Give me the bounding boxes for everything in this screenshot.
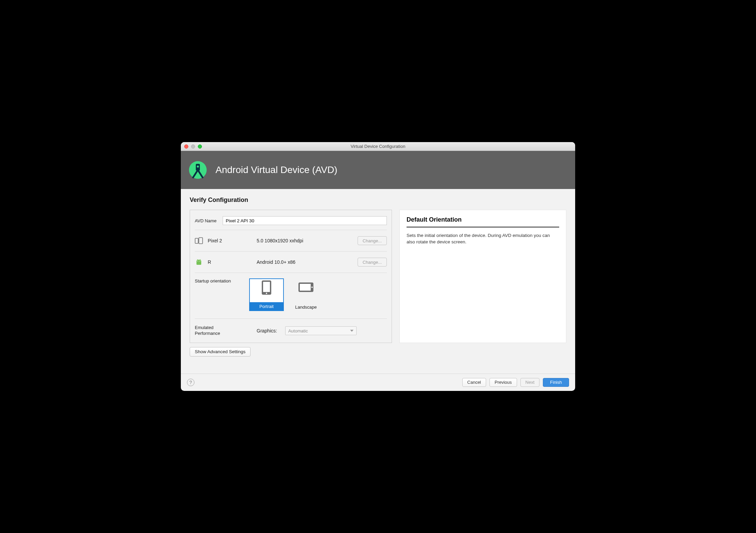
- tablet-landscape-icon: [296, 278, 315, 295]
- system-image-name: R: [208, 259, 252, 265]
- svg-rect-13: [300, 284, 311, 291]
- orientation-landscape-label: Landscape: [289, 303, 323, 311]
- svg-rect-10: [263, 282, 270, 292]
- previous-button[interactable]: Previous: [489, 378, 517, 387]
- graphics-group-label: Emulated Performance: [195, 325, 229, 337]
- system-image-row: R Android 10.0+ x86 Change...: [195, 255, 387, 269]
- svg-point-6: [200, 261, 200, 261]
- config-panel: AVD Name Pixel 2 5.0 1080x1920 xxhdpi Ch…: [190, 210, 392, 343]
- section-title: Verify Configuration: [190, 196, 566, 204]
- cancel-button[interactable]: Cancel: [462, 378, 486, 387]
- info-title: Default Orientation: [407, 216, 559, 223]
- device-name: Pixel 2: [208, 238, 252, 243]
- orientation-portrait[interactable]: Portrait: [249, 278, 284, 311]
- graphics-sub-label: Graphics:: [257, 328, 277, 333]
- next-button: Next: [520, 378, 540, 387]
- graphics-value: Automatic: [288, 328, 308, 333]
- svg-point-14: [311, 287, 313, 288]
- system-image-change-button[interactable]: Change...: [358, 258, 387, 266]
- svg-line-8: [200, 259, 201, 260]
- android-icon: [195, 258, 203, 266]
- svg-point-2: [197, 166, 199, 168]
- avd-name-row: AVD Name: [195, 215, 387, 226]
- tablet-portrait-icon: [260, 279, 273, 296]
- graphics-select[interactable]: Automatic: [285, 326, 357, 335]
- banner: Android Virtual Device (AVD): [181, 151, 575, 189]
- svg-point-5: [197, 261, 198, 261]
- help-icon[interactable]: ?: [187, 379, 194, 386]
- svg-rect-3: [195, 238, 198, 243]
- avd-name-label: AVD Name: [195, 218, 219, 223]
- finish-button[interactable]: Finish: [543, 378, 569, 387]
- system-image-detail: Android 10.0+ x86: [257, 259, 353, 265]
- svg-line-7: [197, 259, 198, 260]
- show-advanced-settings-button[interactable]: Show Advanced Settings: [190, 347, 251, 357]
- orientation-landscape[interactable]: Landscape: [289, 278, 323, 311]
- device-row: Pixel 2 5.0 1080x1920 xxhdpi Change...: [195, 234, 387, 248]
- svg-point-11: [266, 293, 267, 294]
- svg-rect-4: [199, 238, 203, 244]
- body: Verify Configuration AVD Name Pixel 2: [181, 189, 575, 360]
- banner-title: Android Virtual Device (AVD): [216, 165, 337, 175]
- device-change-button[interactable]: Change...: [358, 236, 387, 245]
- orientation-portrait-label: Portrait: [250, 302, 283, 310]
- info-body: Sets the initial orientation of the devi…: [407, 232, 559, 245]
- android-studio-icon: [188, 160, 207, 179]
- device-detail: 5.0 1080x1920 xxhdpi: [257, 238, 353, 243]
- footer: ? Cancel Previous Next Finish: [181, 374, 575, 391]
- dialog-window: Virtual Device Configuration Android Vir…: [181, 142, 575, 391]
- orientation-label: Startup orientation: [195, 278, 246, 283]
- window-title: Virtual Device Configuration: [181, 144, 575, 149]
- info-panel: Default Orientation Sets the initial ori…: [399, 210, 566, 343]
- chevron-down-icon: [350, 330, 354, 332]
- graphics-row: Emulated Performance Graphics: Automatic: [195, 322, 387, 337]
- device-icon: [195, 237, 203, 245]
- orientation-row: Startup orientation Portrait: [195, 276, 387, 311]
- avd-name-input[interactable]: [223, 216, 387, 225]
- titlebar: Virtual Device Configuration: [181, 142, 575, 151]
